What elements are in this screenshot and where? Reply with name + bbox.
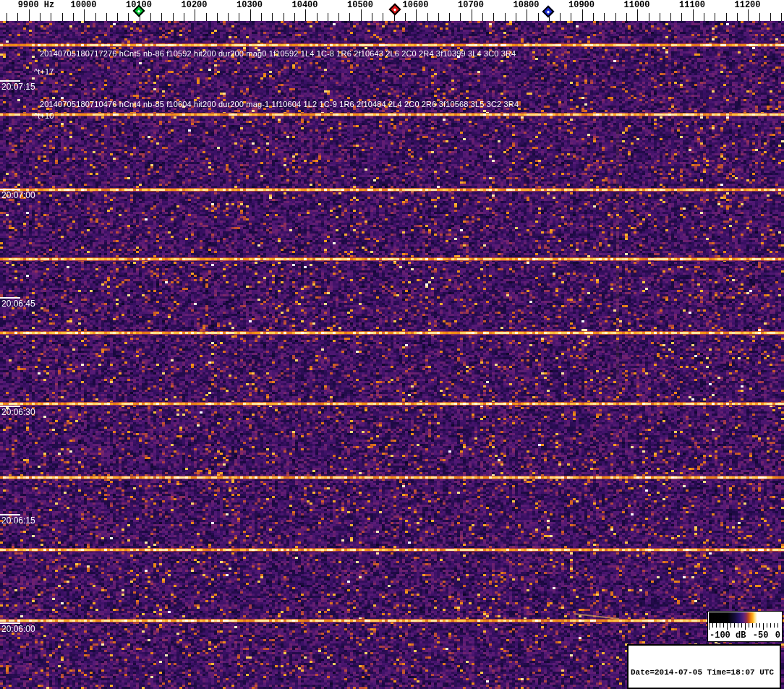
station-info-box: Date=2014-07-05 Time=18:07 UTC Freq=143 … — [627, 644, 781, 689]
colorbar-label-min: -100 dB — [710, 630, 746, 641]
freq-tick-label: 10200 — [181, 0, 207, 10]
colorbar-label-max: 0 — [775, 630, 780, 641]
colorbar-panel: -100 dB -50 0 — [707, 611, 783, 642]
colorbar-gradient — [709, 612, 781, 623]
marker-center-dot — [137, 9, 140, 12]
freq-tick-label: 10800 — [513, 0, 539, 10]
colorbar-labels: -100 dB -50 0 — [710, 630, 780, 641]
freq-tick-label: 10500 — [347, 0, 373, 10]
colorbar-label-mid: -50 — [753, 630, 769, 641]
freq-tick-label: 10400 — [291, 0, 318, 10]
spectrogram-canvas — [0, 21, 784, 689]
freq-tick-label: 10700 — [458, 0, 484, 10]
freq-tick-label: 10300 — [237, 0, 263, 10]
freq-tick-label: 9900 Hz — [18, 0, 54, 10]
freq-tick-label: 11000 — [623, 0, 649, 10]
marker-center-dot — [393, 8, 396, 11]
frequency-ruler: 9900 Hz100001010010200103001040010500106… — [0, 0, 784, 21]
colorbar-major-ticks — [709, 623, 781, 630]
freq-tick-label: 10600 — [402, 0, 428, 10]
freq-tick-label: 11100 — [679, 0, 705, 10]
info-date-time: Date=2014-07-05 Time=18:07 UTC — [631, 667, 777, 677]
freq-tick-label: 10900 — [568, 0, 595, 10]
marker-center-dot — [547, 10, 550, 13]
freq-tick-label: 10000 — [70, 0, 96, 10]
colorbar-ticks — [709, 623, 781, 630]
freq-tick-label: 11200 — [734, 0, 760, 10]
